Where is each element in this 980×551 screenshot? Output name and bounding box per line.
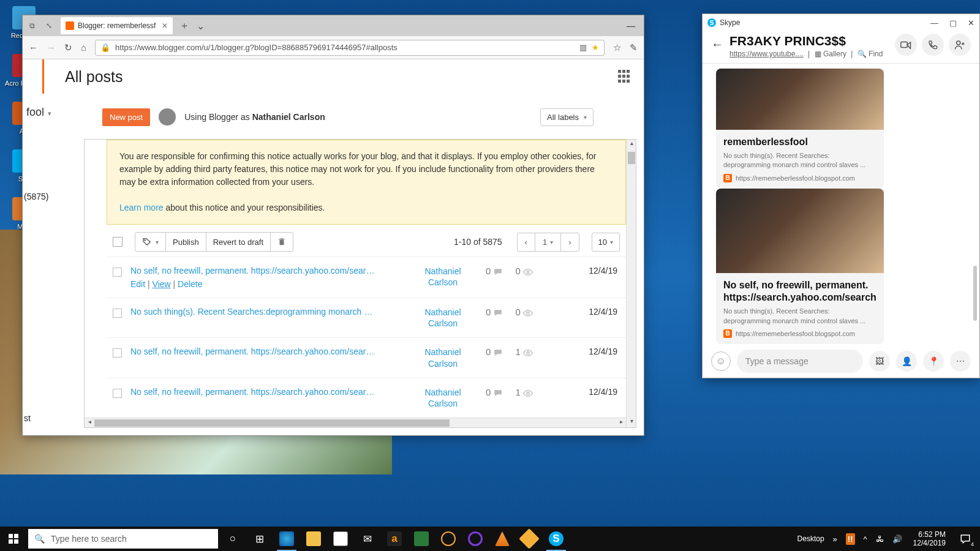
amazon-icon[interactable]: a [381, 527, 408, 551]
chat-body[interactable]: rememberlessfoolNo such thing(s). Recent… [703, 64, 979, 345]
contact-link[interactable]: https://www.youtube.... [729, 50, 804, 58]
delete-link[interactable]: Delete [178, 279, 202, 289]
window-close-icon[interactable]: ✕ [968, 18, 974, 28]
scroll-thumb[interactable] [94, 419, 450, 427]
add-people-icon[interactable] [949, 34, 971, 56]
find-link[interactable]: 🔍 Find [858, 50, 883, 58]
close-tab-icon[interactable]: ✕ [162, 21, 168, 30]
post-checkbox[interactable] [113, 268, 122, 277]
favorites-icon[interactable]: ☆ [613, 42, 621, 53]
new-tab-button[interactable]: ＋ [178, 19, 191, 32]
per-page-select[interactable]: 10 ▾ [592, 233, 620, 252]
window-minimize-icon[interactable]: — [930, 18, 938, 28]
select-all-checkbox[interactable] [113, 237, 123, 247]
link-preview-card[interactable]: rememberlessfoolNo such thing(s). Recent… [716, 69, 884, 189]
post-author-link[interactable]: NathanielCarlson [412, 307, 473, 329]
scroll-down-icon[interactable]: ▾ [627, 418, 636, 427]
all-labels-dropdown[interactable]: All labels▾ [540, 108, 594, 126]
more-icon[interactable]: ⋯ [950, 351, 971, 372]
post-checkbox[interactable] [113, 309, 122, 318]
network-icon[interactable]: 🖧 [873, 534, 886, 544]
refresh-icon[interactable]: ↻ [64, 42, 72, 53]
post-checkbox[interactable] [113, 389, 122, 398]
scroll-left-icon[interactable]: ◂ [85, 418, 94, 428]
scroll-up-icon[interactable]: ▴ [627, 140, 636, 149]
tray-chevron-icon[interactable]: ^ [861, 534, 870, 544]
prev-page-button[interactable]: ‹ [518, 233, 535, 251]
scroll-thumb[interactable] [628, 152, 635, 164]
avatar[interactable] [159, 108, 176, 126]
mail-icon[interactable]: ✉ [354, 527, 381, 551]
publish-button[interactable]: Publish [166, 233, 206, 251]
learn-more-link[interactable]: Learn more [119, 203, 164, 212]
file-explorer-icon[interactable] [300, 527, 327, 551]
location-icon[interactable]: 📍 [923, 351, 944, 372]
scroll-right-icon[interactable]: ▸ [616, 418, 626, 428]
tab-group-icon-1[interactable]: ⧉ [26, 20, 37, 31]
apps-grid-icon[interactable] [618, 70, 631, 83]
emoji-icon[interactable]: ☺ [711, 351, 731, 371]
post-title-link[interactable]: No self, no freewill, permanent. https:/… [130, 387, 375, 397]
gallery-link[interactable]: ▦ Gallery [815, 50, 846, 58]
media-icon[interactable]: 🖼 [869, 351, 890, 372]
taskbar: 🔍 Type here to search ○ ⊞ ✉ a S Desktop … [0, 527, 980, 551]
tray-overflow-icon[interactable]: » [831, 534, 840, 544]
favorite-star-icon[interactable]: ★ [592, 43, 599, 52]
post-author-link[interactable]: NathanielCarlson [412, 387, 473, 409]
edge-icon[interactable] [273, 527, 300, 551]
post-title-link[interactable]: No self, no freewill, permanent. https:/… [130, 347, 375, 356]
message-input[interactable]: Type a message [737, 350, 863, 373]
delete-posts-button[interactable] [271, 233, 293, 251]
skype-taskbar-icon[interactable]: S [543, 527, 570, 551]
forward-icon[interactable]: → [47, 42, 56, 53]
page-select[interactable]: 1 ▾ [535, 233, 561, 251]
notes-icon[interactable]: ✎ [630, 42, 638, 53]
window-minimize-icon[interactable]: — [622, 17, 640, 35]
horizontal-scrollbar[interactable]: ◂ ▸ [85, 418, 626, 427]
window-maximize-icon[interactable]: ▢ [949, 18, 957, 28]
vlc-icon[interactable] [489, 527, 516, 551]
tab-group-icon-2[interactable]: ⤡ [43, 20, 55, 31]
volume-icon[interactable]: 🔊 [890, 534, 905, 544]
video-call-icon[interactable] [895, 34, 917, 56]
clock[interactable]: 6:52 PM 12/4/2019 [908, 530, 951, 548]
taskbar-search[interactable]: 🔍 Type here to search [28, 529, 218, 549]
label-menu-button[interactable]: ▾ [135, 233, 166, 251]
post-title-link[interactable]: No self, no freewill, permanent. https:/… [130, 266, 375, 276]
chat-scrollbar[interactable] [973, 64, 977, 345]
edit-link[interactable]: Edit [130, 279, 145, 289]
home-icon[interactable]: ⌂ [81, 42, 86, 53]
back-icon[interactable]: ← [29, 42, 38, 53]
revert-draft-button[interactable]: Revert to draft [206, 233, 271, 251]
contact-card-icon[interactable]: 👤 [896, 351, 917, 372]
back-icon[interactable]: ← [711, 37, 723, 51]
link-preview-card[interactable]: No self, no freewill, permanent. https:/… [716, 189, 884, 344]
post-title-link[interactable]: No such thing(s). Recent Searches:deprog… [130, 307, 375, 317]
app-icon-1[interactable] [435, 527, 462, 551]
vertical-scrollbar[interactable]: ▴ ▾ [626, 140, 636, 427]
start-button[interactable] [0, 527, 27, 551]
tab-list-button[interactable]: ⌄ [194, 19, 207, 32]
store-icon[interactable] [327, 527, 354, 551]
desktop-toolbar-label[interactable]: Desktop [797, 534, 824, 543]
tripadvisor-icon[interactable] [408, 527, 435, 551]
app-icon-3[interactable] [516, 527, 543, 551]
tray-app-icon[interactable]: !! [843, 534, 858, 544]
svg-point-2 [527, 312, 529, 315]
app-icon-2[interactable] [462, 527, 489, 551]
url-input[interactable]: 🔒 https://www.blogger.com/u/1/blogger.g?… [95, 40, 605, 56]
post-author-link[interactable]: NathanielCarlson [412, 266, 473, 288]
scroll-thumb[interactable] [973, 266, 977, 321]
view-link[interactable]: View [153, 279, 171, 289]
cortana-icon[interactable]: ○ [219, 527, 246, 551]
post-stats: 0 0 [486, 307, 533, 317]
task-view-icon[interactable]: ⊞ [246, 527, 273, 551]
reading-view-icon[interactable]: ▥ [579, 43, 587, 52]
post-checkbox[interactable] [113, 348, 122, 358]
post-author-link[interactable]: NathanielCarlson [412, 347, 473, 369]
next-page-button[interactable]: › [561, 233, 578, 251]
browser-tab[interactable]: Blogger: rememberlessf ✕ [61, 17, 173, 34]
audio-call-icon[interactable] [922, 34, 944, 56]
action-center-icon[interactable]: 4 [954, 527, 976, 551]
new-post-button[interactable]: New post [102, 108, 150, 126]
